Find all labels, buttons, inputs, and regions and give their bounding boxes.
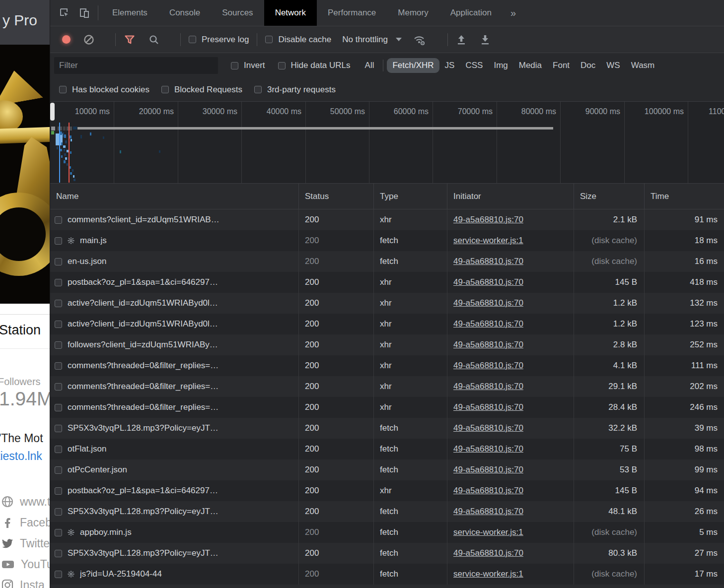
tab-sources[interactable]: Sources [211,0,264,26]
row-checkbox[interactable] [55,258,62,265]
export-har-icon[interactable] [480,34,491,46]
table-row[interactable]: postback?oz_pl=1&spa=1&ci=646297…200xhr4… [50,480,724,501]
row-checkbox[interactable] [55,508,62,516]
tab-performance[interactable]: Performance [317,0,387,26]
tab-memory[interactable]: Memory [387,0,439,26]
table-row[interactable]: SP5X3v3tyqPL.128.mp3?Policy=eyJT…200fetc… [50,501,724,522]
hide-data-urls-checkbox[interactable] [278,62,286,69]
initiator-link[interactable]: 49-a5a68810.js:70 [453,423,523,433]
filter-type-img[interactable]: Img [488,58,513,73]
record-button[interactable] [62,35,71,44]
throttling-select[interactable]: No throttling [342,35,402,45]
network-conditions-icon[interactable] [413,34,427,46]
station-tab-label[interactable]: Station [0,323,41,338]
social-link-youtu[interactable]: YouTu [1,554,50,575]
row-checkbox[interactable] [55,300,62,307]
initiator-link[interactable]: 49-a5a68810.js:70 [453,298,523,308]
hide-data-urls-toggle[interactable]: Hide data URLs [278,61,351,70]
filter-type-wasm[interactable]: Wasm [626,58,660,73]
3rd-party-requests-toggle[interactable]: 3rd-party requests [254,85,336,95]
column-header-size[interactable]: Size [574,184,645,209]
column-header-type[interactable]: Type [374,184,447,209]
initiator-link[interactable]: 49-a5a68810.js:70 [453,507,523,517]
3rd-party-requests-checkbox[interactable] [254,86,262,93]
initiator-link[interactable]: 49-a5a68810.js:70 [453,465,523,475]
disable-cache-checkbox[interactable] [265,36,273,43]
filter-type-ws[interactable]: WS [601,58,625,73]
preserve-log-toggle[interactable]: Preserve log [189,35,249,45]
row-checkbox[interactable] [55,550,62,557]
row-checkbox[interactable] [55,466,62,474]
invert-checkbox[interactable] [231,62,238,69]
initiator-link[interactable]: 49-a5a68810.js:70 [453,402,523,412]
blocked-requests-checkbox[interactable] [161,86,169,93]
table-row[interactable]: otFlat.json200fetch49-a5a68810.js:7075 B… [50,439,724,459]
blocked-requests-toggle[interactable]: Blocked Requests [161,85,242,95]
column-header-name[interactable]: Name [50,184,299,209]
social-link-insta[interactable]: Insta [1,575,50,588]
initiator-link[interactable]: 49-a5a68810.js:70 [453,215,523,225]
table-row[interactable]: SP5X3v3tyqPL.128.mp3?Policy=eyJT…200fetc… [50,418,724,439]
initiator-link[interactable]: service-worker.js:1 [453,527,523,537]
table-row[interactable]: comments?client_id=zdUqm51WRIAB…200xhr49… [50,209,724,230]
table-row[interactable]: js?id=UA-2519404-44200fetchservice-worke… [50,564,724,585]
table-row[interactable]: active?client_id=zdUqm51WRIAByd0l…200xhr… [50,293,724,314]
initiator-link[interactable]: 49-a5a68810.js:70 [453,319,523,329]
inspect-element-icon[interactable] [58,6,71,19]
row-checkbox[interactable] [55,362,62,370]
table-row[interactable]: comments?threaded=0&filter_replies=…200x… [50,355,724,376]
filter-input[interactable] [54,57,218,74]
social-link-www-t[interactable]: www.t [1,491,50,512]
preserve-log-checkbox[interactable] [189,36,196,43]
initiator-link[interactable]: 49-a5a68810.js:70 [453,486,523,496]
filter-type-font[interactable]: Font [547,58,575,73]
row-checkbox[interactable] [55,487,62,495]
tab-more[interactable]: » [503,0,524,26]
column-header-initiator[interactable]: Initiator [447,184,574,209]
filter-type-js[interactable]: JS [439,58,460,73]
initiator-link[interactable]: 49-a5a68810.js:70 [453,257,523,266]
table-row[interactable]: active?client_id=zdUqm51WRIAByd0l…200xhr… [50,314,724,334]
search-icon[interactable] [148,34,159,45]
initiator-link[interactable]: 49-a5a68810.js:70 [453,382,523,392]
initiator-link[interactable]: 49-a5a68810.js:70 [453,444,523,454]
column-header-time[interactable]: Time [645,184,724,209]
network-overview-timeline[interactable]: 10000 ms20000 ms30000 ms40000 ms50000 ms… [50,102,724,184]
row-checkbox[interactable] [55,216,62,224]
row-checkbox[interactable] [55,383,62,391]
filter-type-all[interactable]: All [360,58,380,73]
row-checkbox[interactable] [55,529,62,536]
table-row[interactable]: comments?threaded=0&filter_replies=…200x… [50,397,724,418]
table-row[interactable]: SP5X3v3tyqPL.128.mp3?Policy=eyJT…200fetc… [50,543,724,564]
row-checkbox[interactable] [55,446,62,453]
tab-network[interactable]: Network [264,0,317,26]
clear-icon[interactable] [83,34,94,45]
tab-application[interactable]: Application [439,0,503,26]
initiator-link[interactable]: service-worker.js:1 [453,236,523,246]
device-toolbar-icon[interactable] [78,6,91,19]
row-checkbox[interactable] [55,571,62,578]
filter-type-fetch-xhr[interactable]: Fetch/XHR [387,58,439,73]
column-header-status[interactable]: Status [299,184,374,209]
table-row[interactable]: main.js200fetchservice-worker.js:1(disk … [50,230,724,251]
filter-type-css[interactable]: CSS [460,58,488,73]
invert-toggle[interactable]: Invert [231,61,265,70]
tab-console[interactable]: Console [158,0,211,26]
social-link-faceb[interactable]: Faceb [1,512,50,533]
initiator-link[interactable]: 49-a5a68810.js:70 [453,361,523,371]
row-checkbox[interactable] [55,341,62,349]
disable-cache-toggle[interactable]: Disable cache [265,35,331,45]
initiator-link[interactable]: service-worker.js:1 [453,569,523,579]
row-checkbox[interactable] [55,425,62,432]
table-row[interactable]: comments?threaded=0&filter_replies=…200x… [50,376,724,397]
table-row[interactable]: followers?client_id=zdUqm51WRIABy…200xhr… [50,334,724,355]
row-checkbox[interactable] [55,321,62,328]
filter-type-doc[interactable]: Doc [575,58,601,73]
has-blocked-cookies-checkbox[interactable] [59,86,67,93]
table-row[interactable]: en-us.json200fetch49-a5a68810.js:70(disk… [50,251,724,272]
initiator-link[interactable]: 49-a5a68810.js:70 [453,277,523,287]
social-link-twitte[interactable]: Twitte [1,533,50,554]
table-row[interactable]: appboy.min.js200fetchservice-worker.js:1… [50,522,724,543]
row-checkbox[interactable] [55,279,62,286]
table-row[interactable]: otPcCenter.json200fetch49-a5a68810.js:70… [50,459,724,480]
